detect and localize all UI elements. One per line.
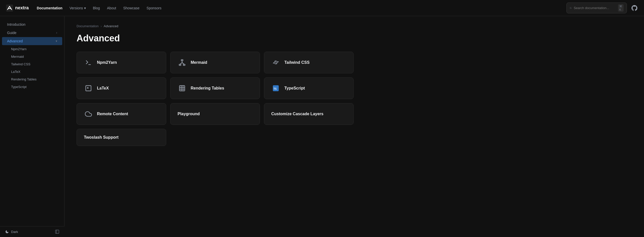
search-input[interactable] xyxy=(574,6,616,10)
logo[interactable]: nextra xyxy=(6,5,29,12)
card-npm2yarn-title: Npm2Yarn xyxy=(97,60,117,65)
svg-rect-6 xyxy=(181,60,183,61)
card-twoslash-title: Twoslash Support xyxy=(84,135,118,140)
guide-chevron-icon: › xyxy=(56,31,57,35)
sidebar-item-latex[interactable]: LaTeX xyxy=(2,68,62,75)
typescript-icon: TS xyxy=(271,84,280,93)
diagram-icon xyxy=(178,58,187,67)
card-remote-content[interactable]: Remote Content xyxy=(77,103,166,125)
versions-chevron-icon xyxy=(84,6,86,10)
card-tailwind-title: Tailwind CSS xyxy=(284,60,310,65)
svg-line-2 xyxy=(571,8,571,9)
card-cascade-layers[interactable]: Customize Cascade Layers xyxy=(264,103,354,125)
card-remote-content-title: Remote Content xyxy=(97,112,128,116)
card-mermaid-title: Mermaid xyxy=(191,60,207,65)
svg-line-11 xyxy=(182,63,184,64)
sidebar-item-mermaid[interactable]: Mermaid xyxy=(2,53,62,60)
sidebar-item-guide[interactable]: Guide › xyxy=(2,29,62,37)
card-npm2yarn[interactable]: Npm2Yarn xyxy=(77,52,166,73)
card-cascade-layers-title: Customize Cascade Layers xyxy=(271,112,323,116)
breadcrumb-separator: › xyxy=(100,24,101,28)
card-mermaid[interactable]: Mermaid xyxy=(170,52,260,73)
card-typescript[interactable]: TS TypeScript xyxy=(264,77,354,99)
breadcrumb-home[interactable]: Documentation xyxy=(77,24,98,28)
sidebar-item-introduction[interactable]: Introduction xyxy=(2,20,62,28)
card-latex[interactable]: LaTeX xyxy=(77,77,166,99)
search-icon xyxy=(570,6,572,10)
nav-versions[interactable]: Versions xyxy=(70,6,86,10)
terminal-icon xyxy=(84,58,93,67)
svg-line-10 xyxy=(180,63,182,64)
svg-rect-3 xyxy=(55,230,59,233)
sidebar-item-advanced[interactable]: Advanced ▾ xyxy=(2,37,62,45)
card-rendering-tables-title: Rendering Tables xyxy=(191,86,224,91)
svg-point-1 xyxy=(570,7,571,9)
sidebar-item-typescript[interactable]: TypeScript xyxy=(2,83,62,91)
card-tailwind[interactable]: Tailwind CSS xyxy=(264,52,354,73)
page-title: Advanced xyxy=(77,33,632,44)
sidebar-item-tailwind[interactable]: Tailwind CSS xyxy=(2,61,62,68)
card-latex-title: LaTeX xyxy=(97,86,109,91)
card-playground-title: Playground xyxy=(178,112,200,116)
sidebar-item-npm2yarn[interactable]: Npm2Yarn xyxy=(2,45,62,53)
sidebar-footer: Dark xyxy=(0,226,64,237)
tailwind-icon xyxy=(271,58,280,67)
nav-about[interactable]: About xyxy=(107,6,116,10)
card-twoslash[interactable]: Twoslash Support xyxy=(77,129,166,146)
table-icon xyxy=(178,84,187,93)
main-content: Documentation › Advanced Advanced Npm2Ya… xyxy=(64,16,644,154)
nav-documentation[interactable]: Documentation xyxy=(37,6,62,10)
panel-icon[interactable] xyxy=(55,229,59,234)
search-shortcut: ⌘ K xyxy=(618,4,624,12)
breadcrumb: Documentation › Advanced xyxy=(77,24,632,28)
svg-rect-0 xyxy=(6,5,13,12)
card-typescript-title: TypeScript xyxy=(284,86,305,91)
github-icon[interactable] xyxy=(631,5,638,12)
svg-text:TS: TS xyxy=(274,87,277,90)
header: nextra Documentation Versions Blog About… xyxy=(0,0,644,16)
nav-sponsors[interactable]: Sponsors xyxy=(147,6,161,10)
svg-rect-8 xyxy=(183,64,185,66)
nav-showcase[interactable]: Showcase xyxy=(123,6,140,10)
advanced-chevron-icon: ▾ xyxy=(56,39,57,43)
moon-icon xyxy=(5,230,9,234)
sidebar-item-rendering-tables[interactable]: Rendering Tables xyxy=(2,76,62,83)
breadcrumb-current: Advanced xyxy=(104,24,118,28)
latex-icon xyxy=(84,84,93,93)
main-nav: Documentation Versions Blog About Showca… xyxy=(37,6,566,10)
sidebar: Introduction Guide › Advanced ▾ Npm2Yarn… xyxy=(0,16,64,237)
nav-blog[interactable]: Blog xyxy=(93,6,100,10)
card-rendering-tables[interactable]: Rendering Tables xyxy=(170,77,260,99)
card-playground[interactable]: Playground xyxy=(170,103,260,125)
svg-rect-7 xyxy=(179,64,181,66)
cloud-icon xyxy=(84,109,93,118)
search-bar[interactable]: ⌘ K xyxy=(566,3,627,13)
svg-rect-14 xyxy=(180,86,185,91)
logo-text: nextra xyxy=(15,5,29,11)
layout: Introduction Guide › Advanced ▾ Npm2Yarn… xyxy=(0,16,644,154)
card-grid: Npm2Yarn Mermaid xyxy=(77,52,354,146)
dark-mode-button[interactable]: Dark xyxy=(5,230,18,234)
